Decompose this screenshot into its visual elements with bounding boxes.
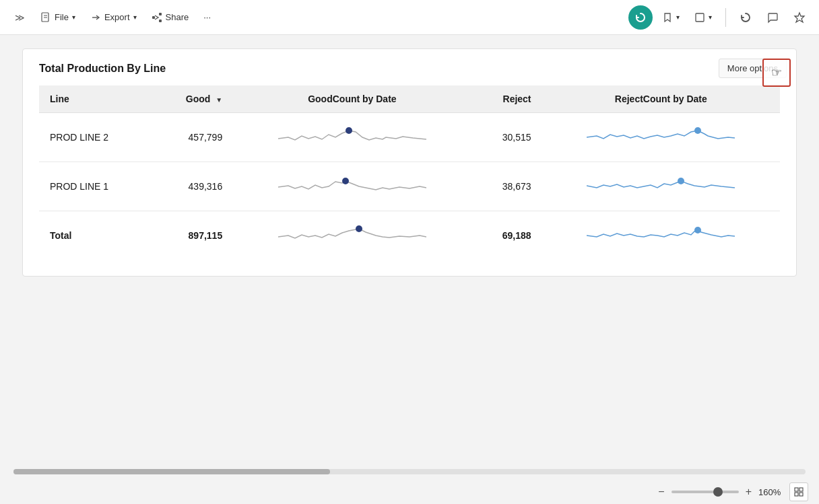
chart-title: Total Production By Line bbox=[39, 63, 780, 75]
cell-good-2: 439,316 bbox=[152, 162, 233, 211]
hand-cursor-icon: ☞ bbox=[771, 65, 782, 80]
comment-icon bbox=[766, 11, 779, 24]
main-content: Total Production By Line More options ☞ … bbox=[0, 35, 819, 504]
cell-rejectsparkline-total bbox=[542, 211, 780, 260]
table-row: PROD LINE 2 457,799 30,515 bbox=[39, 113, 780, 162]
zoom-slider[interactable] bbox=[671, 491, 739, 493]
svg-point-11 bbox=[342, 178, 349, 184]
reject-sparkline-total bbox=[587, 222, 735, 249]
data-table: Line Good ▼ GoodCount by Date Reject Rej… bbox=[39, 85, 780, 260]
share-label: Share bbox=[166, 12, 189, 22]
zoom-in-button[interactable]: + bbox=[743, 484, 754, 499]
zoom-out-button[interactable]: − bbox=[655, 484, 667, 499]
svg-rect-17 bbox=[795, 493, 798, 496]
cell-reject-total: 69,188 bbox=[471, 211, 542, 260]
expand-button[interactable]: ≫ bbox=[8, 6, 31, 29]
zoom-slider-thumb[interactable] bbox=[713, 487, 723, 497]
cell-good-total: 897,115 bbox=[152, 211, 233, 260]
svg-rect-4 bbox=[152, 16, 155, 19]
cell-reject-1: 30,515 bbox=[471, 113, 542, 162]
col-header-rejectcount: RejectCount by Date bbox=[542, 85, 780, 113]
svg-point-10 bbox=[694, 127, 701, 134]
bookmark-chevron: ▾ bbox=[676, 13, 680, 21]
col-header-reject: Reject bbox=[471, 85, 542, 113]
view-button[interactable]: ▾ bbox=[689, 9, 717, 26]
bottom-bar: − + 160% bbox=[0, 480, 819, 504]
horizontal-scrollbar[interactable] bbox=[13, 469, 806, 474]
cell-reject-2: 38,673 bbox=[471, 162, 542, 211]
svg-rect-15 bbox=[795, 488, 798, 491]
zoom-controls: − + 160% bbox=[655, 482, 808, 501]
reject-sparkline-1 bbox=[587, 124, 735, 151]
chart-card: Total Production By Line More options ☞ … bbox=[22, 48, 797, 277]
cell-line-total: Total bbox=[39, 211, 152, 260]
svg-rect-6 bbox=[159, 20, 162, 22]
file-label: File bbox=[55, 12, 69, 22]
cell-goodsparkline-total bbox=[233, 211, 471, 260]
sort-arrow-icon: ▼ bbox=[216, 96, 222, 104]
bookmark-button[interactable]: ▾ bbox=[657, 9, 685, 26]
cell-rejectsparkline-1 bbox=[542, 113, 780, 162]
svg-point-9 bbox=[346, 127, 352, 134]
fit-page-icon bbox=[794, 487, 804, 497]
fit-page-button[interactable] bbox=[789, 482, 808, 501]
table-row-total: Total 897,115 69,188 bbox=[39, 211, 780, 260]
cell-line-1: PROD LINE 2 bbox=[39, 113, 152, 162]
svg-point-12 bbox=[678, 178, 684, 184]
good-sparkline-2 bbox=[278, 173, 426, 200]
more-label: ··· bbox=[203, 12, 211, 22]
save-button[interactable] bbox=[628, 5, 653, 30]
toolbar-divider bbox=[725, 8, 726, 27]
svg-marker-8 bbox=[795, 13, 804, 22]
svg-rect-18 bbox=[799, 493, 803, 496]
svg-rect-5 bbox=[159, 13, 162, 15]
svg-point-14 bbox=[694, 227, 701, 233]
export-chevron: ▾ bbox=[133, 13, 137, 21]
export-icon bbox=[90, 12, 101, 23]
more-menu-button[interactable]: ··· bbox=[198, 9, 216, 26]
reject-sparkline-2 bbox=[587, 173, 735, 200]
good-sparkline-1 bbox=[278, 124, 426, 151]
cell-goodsparkline-2 bbox=[233, 162, 471, 211]
refresh-icon bbox=[634, 11, 647, 24]
good-sparkline-total bbox=[278, 222, 426, 249]
svg-rect-16 bbox=[799, 488, 803, 491]
col-header-goodcount: GoodCount by Date bbox=[233, 85, 471, 113]
view-chevron: ▾ bbox=[709, 13, 712, 21]
comment-button[interactable] bbox=[761, 6, 784, 29]
view-icon bbox=[694, 12, 705, 23]
table-row: PROD LINE 1 439,316 38,673 bbox=[39, 162, 780, 211]
file-chevron: ▾ bbox=[72, 13, 75, 21]
table-header-row: Line Good ▼ GoodCount by Date Reject Rej… bbox=[39, 85, 780, 113]
col-header-line: Line bbox=[39, 85, 152, 113]
star-icon bbox=[793, 11, 806, 24]
cell-rejectsparkline-2 bbox=[542, 162, 780, 211]
zoom-level: 160% bbox=[758, 487, 785, 497]
svg-point-13 bbox=[356, 225, 362, 232]
cell-good-1: 457,799 bbox=[152, 113, 233, 162]
export-label: Export bbox=[104, 12, 130, 22]
toolbar: ≫ File ▾ Export ▾ Share ··· bbox=[0, 0, 819, 35]
col-header-good[interactable]: Good ▼ bbox=[152, 85, 233, 113]
refresh-icon-2 bbox=[740, 11, 752, 24]
export-menu-button[interactable]: Export ▾ bbox=[85, 9, 142, 26]
share-button[interactable]: Share bbox=[146, 9, 195, 26]
cursor-indicator: ☞ bbox=[762, 59, 791, 87]
cell-goodsparkline-1 bbox=[233, 113, 471, 162]
share-icon bbox=[152, 12, 162, 23]
file-menu-button[interactable]: File ▾ bbox=[35, 9, 81, 26]
svg-rect-7 bbox=[696, 13, 704, 22]
bookmark-icon bbox=[662, 12, 673, 23]
refresh-button[interactable] bbox=[734, 6, 757, 29]
file-icon bbox=[40, 12, 51, 23]
cell-line-2: PROD LINE 1 bbox=[39, 162, 152, 211]
scrollbar-thumb[interactable] bbox=[13, 469, 330, 474]
star-button[interactable] bbox=[788, 6, 811, 29]
